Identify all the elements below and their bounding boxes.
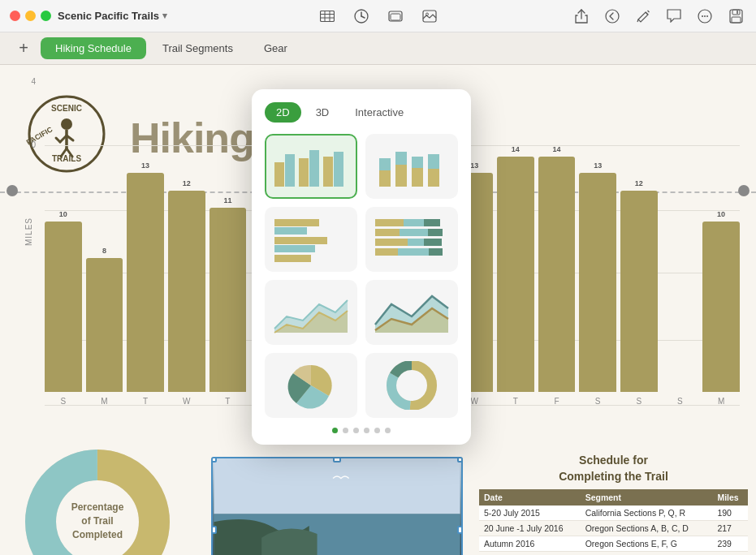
cell-miles-1: 217 — [712, 521, 748, 536]
bar-s4: 13 S — [579, 161, 616, 406]
table-tool-icon[interactable] — [317, 6, 338, 27]
comment-icon[interactable] — [663, 6, 685, 27]
svg-rect-76 — [375, 229, 400, 236]
dot-6[interactable] — [385, 428, 391, 433]
tab-hiking-schedule[interactable]: Hiking Schedule — [41, 37, 146, 59]
bar-t4-rect[interactable] — [497, 157, 534, 392]
bar-t1: 13 T — [127, 161, 164, 406]
handle-tr[interactable] — [457, 457, 463, 462]
tab-2d[interactable]: 2D — [265, 102, 301, 123]
handle-tc[interactable] — [333, 457, 341, 462]
more-icon[interactable] — [694, 6, 715, 27]
bar-f2-rect[interactable] — [538, 157, 576, 392]
close-button[interactable] — [10, 11, 20, 21]
tab-trail-segments[interactable]: Trail Segments — [148, 37, 248, 59]
add-tab-button[interactable]: + — [13, 38, 34, 59]
bar-t4: 14 T — [497, 145, 534, 406]
document-title[interactable]: Scenic Pacific Trails ▾ — [58, 10, 167, 22]
chart-option-stacked-bar[interactable] — [365, 134, 458, 199]
dot-4[interactable] — [364, 428, 369, 433]
right-handle[interactable] — [738, 185, 750, 196]
table-row-2: Autumn 2016Oregon Sections E, F, G239 — [479, 536, 748, 552]
pagination-dots — [265, 428, 458, 433]
bar-m3-rect[interactable] — [702, 222, 740, 392]
tab-gear[interactable]: Gear — [249, 37, 302, 59]
table-body: 5-20 July 2015California Sections P, Q, … — [479, 506, 748, 555]
svg-line-7 — [361, 16, 365, 18]
svg-rect-82 — [375, 248, 398, 256]
donut-label: Percentageof TrailCompleted — [65, 501, 130, 541]
svg-rect-55 — [285, 154, 295, 187]
cell-miles-3: 246 — [712, 552, 748, 555]
bar-t1-rect[interactable] — [127, 173, 164, 392]
col-miles: Miles — [712, 489, 748, 506]
y-axis-label: MILES — [24, 217, 33, 246]
chart-option-area[interactable] — [265, 280, 357, 345]
chart-option-pie[interactable] — [265, 353, 357, 418]
dot-1[interactable] — [332, 428, 338, 433]
svg-rect-74 — [404, 219, 424, 226]
schedule-table-area: Schedule forCompleting the Trail Date Se… — [479, 453, 748, 555]
bar-w1-rect[interactable] — [168, 191, 205, 392]
chart-option-donut[interactable] — [365, 353, 458, 418]
dot-5[interactable] — [374, 428, 380, 433]
bar-s4-rect[interactable] — [579, 173, 616, 392]
svg-rect-75 — [424, 219, 440, 226]
title-bar-left: Scenic Pacific Trails ▾ — [10, 10, 167, 22]
handle-ml[interactable] — [211, 526, 217, 534]
bar-s1: 10 S — [45, 210, 82, 406]
photo-svg — [213, 458, 461, 555]
svg-rect-67 — [428, 169, 439, 187]
tab-interactive[interactable]: Interactive — [343, 102, 415, 123]
chart-options-grid — [265, 134, 458, 418]
tab-3d[interactable]: 3D — [305, 102, 341, 123]
svg-rect-79 — [375, 239, 408, 246]
svg-rect-21 — [732, 17, 741, 23]
table-row-1: 20 June -1 July 2016Oregon Sections A, B… — [479, 521, 748, 536]
handle-mr[interactable] — [457, 526, 463, 534]
save-icon[interactable] — [725, 6, 746, 27]
layers-icon[interactable] — [385, 6, 406, 27]
cell-date-2: Autumn 2016 — [479, 536, 581, 552]
bar-s5-rect[interactable] — [620, 191, 658, 392]
maximize-button[interactable] — [41, 11, 51, 21]
svg-rect-20 — [732, 10, 740, 15]
cell-miles-2: 239 — [712, 536, 748, 552]
bar-t2-rect[interactable] — [210, 208, 247, 392]
svg-rect-0 — [320, 11, 334, 21]
chart-option-horizontal-bar[interactable] — [265, 207, 357, 272]
svg-rect-81 — [424, 239, 442, 246]
picture-icon[interactable] — [419, 6, 440, 27]
dot-2[interactable] — [343, 428, 348, 433]
minimize-button[interactable] — [25, 11, 36, 21]
chart-option-horizontal-stacked[interactable] — [365, 207, 458, 272]
chart-picker-popup: 2D 3D Interactive — [252, 89, 471, 445]
col-segment: Segment — [581, 489, 713, 506]
chart-option-grouped-bar[interactable] — [265, 134, 357, 199]
bar-w1: 12 W — [168, 179, 205, 406]
y-label-0: 0 — [31, 140, 36, 149]
photo-image[interactable] — [211, 457, 463, 555]
chart-option-line[interactable] — [365, 280, 458, 345]
clock-icon[interactable] — [351, 6, 372, 27]
svg-rect-65 — [412, 168, 423, 187]
bar-m1-rect[interactable] — [86, 258, 123, 392]
bar-s6: S — [662, 381, 699, 406]
svg-rect-57 — [309, 150, 319, 187]
bar-s1-rect[interactable] — [45, 222, 82, 392]
cell-segment-3: Washington Sections H, I — [581, 552, 713, 555]
handle-tl[interactable] — [211, 457, 217, 462]
svg-text:SCENIC: SCENIC — [51, 104, 82, 113]
share-icon[interactable] — [571, 6, 592, 27]
picker-tab-bar: 2D 3D Interactive — [265, 102, 458, 123]
main-content: SCENIC TRAILS PACIFIC Hiking MILES — [0, 65, 756, 555]
dot-3[interactable] — [353, 428, 359, 433]
pencil-icon[interactable] — [633, 6, 654, 27]
svg-rect-64 — [412, 157, 423, 168]
svg-point-16 — [702, 15, 703, 17]
svg-rect-83 — [398, 248, 429, 256]
svg-point-18 — [706, 15, 708, 17]
back-icon[interactable] — [602, 6, 623, 27]
svg-rect-61 — [379, 170, 391, 187]
svg-rect-62 — [395, 152, 407, 165]
